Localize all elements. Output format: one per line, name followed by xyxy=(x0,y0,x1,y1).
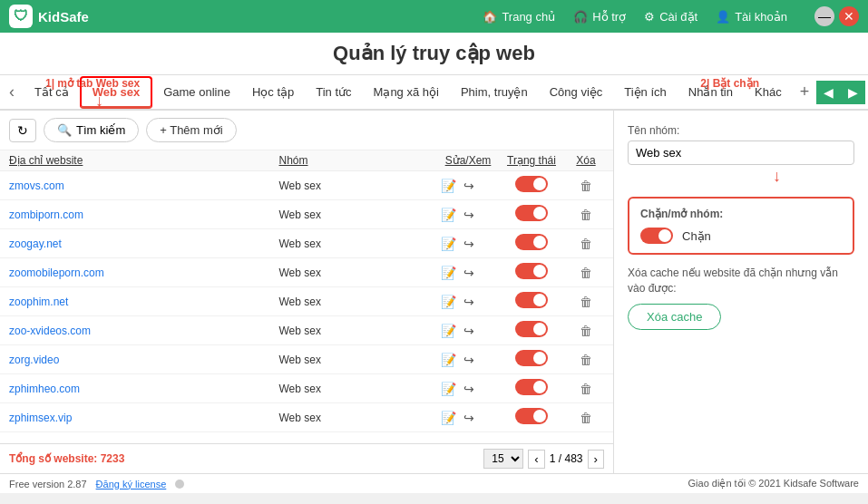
share-icon[interactable]: ↪ xyxy=(463,208,474,222)
cell-delete[interactable]: 🗑 xyxy=(568,208,604,222)
trash-icon[interactable]: 🗑 xyxy=(580,295,592,309)
tab-mang-xa-hoi[interactable]: Mạng xã hội xyxy=(363,78,450,106)
cell-delete[interactable]: 🗑 xyxy=(568,353,604,367)
edit-icon[interactable]: 📝 xyxy=(441,382,456,396)
cell-status[interactable] xyxy=(495,263,568,282)
group-name-label: Tên nhóm: xyxy=(628,124,854,137)
trash-icon[interactable]: 🗑 xyxy=(580,208,592,222)
tab-game-online[interactable]: Game online xyxy=(152,78,241,106)
cell-website[interactable]: zmovs.com xyxy=(9,179,279,192)
trash-icon[interactable]: 🗑 xyxy=(580,411,592,425)
col-header-website[interactable]: Địa chỉ website xyxy=(9,154,279,167)
block-toggle[interactable] xyxy=(640,228,673,244)
refresh-button[interactable]: ↻ xyxy=(9,119,36,142)
cell-status[interactable] xyxy=(495,205,568,224)
page-size-select[interactable]: 15 xyxy=(483,449,523,469)
cell-delete[interactable]: 🗑 xyxy=(568,324,604,338)
cell-delete[interactable]: 🗑 xyxy=(568,266,604,280)
nav-home[interactable]: 🏠 Trang chủ xyxy=(483,10,555,24)
table-row: zmovs.com Web sex 📝 ↪ xyxy=(0,171,613,200)
edit-icon[interactable]: 📝 xyxy=(441,208,456,222)
cell-status[interactable] xyxy=(495,408,568,427)
share-icon[interactable]: ↪ xyxy=(463,382,474,396)
cell-status[interactable] xyxy=(495,234,568,253)
next-page-button[interactable]: › xyxy=(588,450,604,469)
nav-settings[interactable]: ⚙ Cài đặt xyxy=(644,10,697,24)
trash-icon[interactable]: 🗑 xyxy=(580,237,592,251)
cell-status[interactable] xyxy=(495,379,568,398)
cell-actions: 📝 ↪ xyxy=(441,237,495,251)
search-button[interactable]: 🔍 Tìm kiếm xyxy=(44,118,139,142)
edit-icon[interactable]: 📝 xyxy=(441,353,456,367)
register-link[interactable]: Đăng ký license xyxy=(96,479,167,489)
tab-khac[interactable]: Khác xyxy=(744,78,793,106)
nav-support[interactable]: 🎧 Hỗ trợ xyxy=(573,10,626,24)
share-icon[interactable]: ↪ xyxy=(463,266,474,280)
col-header-group[interactable]: Nhóm xyxy=(279,154,442,167)
nav-account[interactable]: 👤 Tài khoản xyxy=(716,10,787,24)
cell-status[interactable] xyxy=(495,321,568,340)
edit-icon[interactable]: 📝 xyxy=(441,411,456,425)
col-header-delete[interactable]: Xóa xyxy=(568,154,604,167)
share-icon[interactable]: ↪ xyxy=(463,324,474,338)
tab-hoc-tap[interactable]: Học tập xyxy=(241,78,305,106)
edit-icon[interactable]: 📝 xyxy=(441,237,456,251)
cell-delete[interactable]: 🗑 xyxy=(568,237,604,251)
cell-actions: 📝 ↪ xyxy=(441,353,495,367)
cell-website[interactable]: zphimsex.vip xyxy=(9,412,279,424)
tab-nhan-tin[interactable]: Nhắn tin xyxy=(678,78,744,106)
tab-web-sex[interactable]: Web sex xyxy=(80,76,153,109)
col-header-actions[interactable]: Sửa/Xem xyxy=(441,154,495,167)
header: 🛡 KidSafe 🏠 Trang chủ 🎧 Hỗ trợ ⚙ Cài đặt… xyxy=(0,0,868,33)
table-header: Địa chỉ website Nhóm Sửa/Xem Trạng thái … xyxy=(0,150,613,171)
cell-status[interactable] xyxy=(495,292,568,311)
edit-icon[interactable]: 📝 xyxy=(441,179,456,193)
back-button[interactable]: ‹ xyxy=(9,75,24,109)
group-name-input[interactable] xyxy=(628,141,854,165)
cell-website[interactable]: zoo-xvideos.com xyxy=(9,325,279,337)
cell-delete[interactable]: 🗑 xyxy=(568,179,604,193)
share-icon[interactable]: ↪ xyxy=(463,179,474,193)
cell-website[interactable]: zorg.video xyxy=(9,354,279,366)
cell-website[interactable]: zoophim.net xyxy=(9,296,279,308)
share-icon[interactable]: ↪ xyxy=(463,353,474,367)
col-header-status[interactable]: Trạng thái xyxy=(495,154,568,167)
share-icon[interactable]: ↪ xyxy=(463,237,474,251)
tab-add-button[interactable]: + xyxy=(793,77,817,107)
cell-website[interactable]: zoomobileporn.com xyxy=(9,267,279,279)
cell-delete[interactable]: 🗑 xyxy=(568,411,604,425)
cell-website[interactable]: zombiporn.com xyxy=(9,208,279,221)
prev-page-button[interactable]: ‹ xyxy=(528,450,544,469)
cell-website[interactable]: zphimheo.com xyxy=(9,383,279,395)
tab-phim-truyen[interactable]: Phim, truyện xyxy=(450,78,539,106)
add-button[interactable]: + Thêm mới xyxy=(146,118,237,142)
clear-cache-button[interactable]: Xóa cache xyxy=(628,304,721,330)
minimize-button[interactable]: — xyxy=(814,6,834,26)
tab-tien-ich[interactable]: Tiện ích xyxy=(613,78,678,106)
tab-cong-viec[interactable]: Công việc xyxy=(539,78,614,106)
tab-tin-tuc[interactable]: Tin tức xyxy=(305,78,362,106)
trash-icon[interactable]: 🗑 xyxy=(580,179,592,193)
app-logo: 🛡 KidSafe xyxy=(9,5,89,28)
trash-icon[interactable]: 🗑 xyxy=(580,382,592,396)
trash-icon[interactable]: 🗑 xyxy=(580,266,592,280)
app-name: KidSafe xyxy=(38,9,89,24)
share-icon[interactable]: ↪ xyxy=(463,411,474,425)
edit-icon[interactable]: 📝 xyxy=(441,266,456,280)
cell-website[interactable]: zoogay.net xyxy=(9,237,279,250)
trash-icon[interactable]: 🗑 xyxy=(580,324,592,338)
close-button[interactable]: ✕ xyxy=(839,6,859,26)
cell-group: Web sex xyxy=(279,412,442,424)
cell-status[interactable] xyxy=(495,350,568,369)
tab-prev-button[interactable]: ◀ xyxy=(816,81,841,104)
edit-icon[interactable]: 📝 xyxy=(441,324,456,338)
block-label: Chặn/mở nhóm: xyxy=(640,208,842,220)
cell-status[interactable] xyxy=(495,176,568,195)
edit-icon[interactable]: 📝 xyxy=(441,295,456,309)
tab-all[interactable]: Tất cả xyxy=(24,78,80,106)
cell-delete[interactable]: 🗑 xyxy=(568,295,604,309)
share-icon[interactable]: ↪ xyxy=(463,295,474,309)
cell-delete[interactable]: 🗑 xyxy=(568,382,604,396)
tab-next-button[interactable]: ▶ xyxy=(841,81,865,104)
trash-icon[interactable]: 🗑 xyxy=(580,353,592,367)
